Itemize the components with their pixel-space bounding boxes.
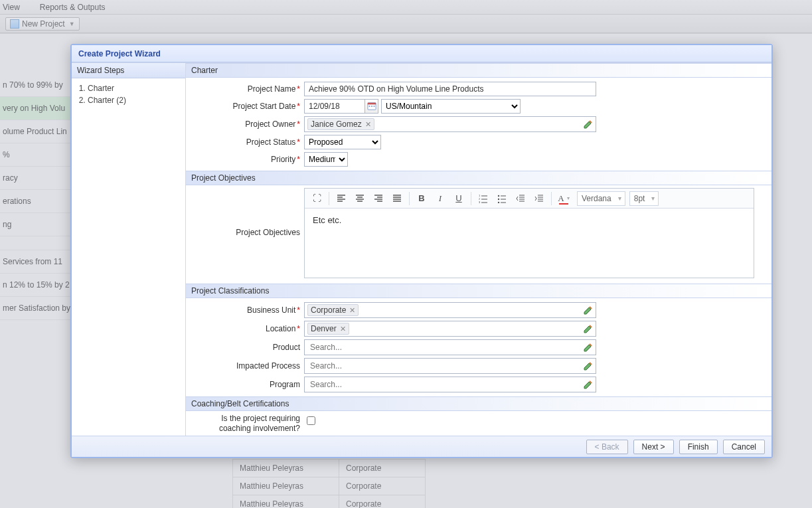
location-field[interactable]: Denver✕	[304, 321, 596, 337]
edit-icon[interactable]	[583, 323, 594, 334]
business-unit-field[interactable]: Corporate✕	[304, 302, 596, 318]
edit-icon[interactable]	[583, 305, 594, 315]
remove-location-icon[interactable]: ✕	[340, 325, 346, 333]
program-field[interactable]	[304, 377, 596, 392]
wizard-step[interactable]: Charter (2)	[88, 96, 185, 105]
back-button[interactable]: < Back	[586, 440, 628, 454]
project-name-input[interactable]	[304, 82, 596, 96]
create-project-wizard-dialog: Create Project Wizard Wizard Steps Chart…	[70, 44, 773, 458]
underline-icon[interactable]: U	[450, 191, 467, 207]
outdent-icon[interactable]	[512, 191, 529, 207]
label-product: Product	[191, 343, 304, 352]
label-priority: Priority*	[191, 155, 304, 164]
italic-icon[interactable]: I	[432, 191, 449, 207]
label-impacted-process: Impacted Process	[191, 361, 304, 371]
unordered-list-icon[interactable]	[493, 191, 511, 207]
fullscreen-icon[interactable]: ⛶	[308, 191, 325, 207]
business-unit-token: Corporate✕	[307, 304, 359, 316]
impacted-process-input[interactable]	[309, 361, 580, 371]
dialog-title: Create Project Wizard	[72, 45, 771, 62]
product-field[interactable]	[304, 339, 596, 355]
label-location: Location*	[191, 324, 304, 333]
svg-point-8	[498, 195, 499, 196]
svg-text:3: 3	[479, 201, 481, 203]
rich-text-editor: ⛶ B I U 123	[304, 188, 754, 278]
svg-point-9	[498, 198, 499, 199]
align-left-icon[interactable]	[333, 191, 350, 207]
label-project-name: Project Name*	[191, 84, 304, 94]
finish-button[interactable]: Finish	[679, 440, 718, 454]
indent-icon[interactable]	[530, 191, 548, 207]
wizard-content[interactable]: Charter Project Name* Project Start Date…	[186, 63, 771, 436]
label-program: Program	[191, 380, 304, 389]
objectives-textarea[interactable]: Etc etc.	[305, 209, 754, 278]
wizard-steps-list: CharterCharter (2)	[88, 84, 185, 108]
wizard-step[interactable]: Charter	[88, 84, 185, 93]
start-date-input[interactable]	[304, 99, 365, 114]
coaching-checkbox[interactable]	[307, 416, 315, 425]
font-size-select[interactable]: 8pt	[629, 191, 659, 206]
location-token: Denver✕	[307, 323, 349, 335]
wizard-steps-panel: Wizard Steps CharterCharter (2)	[72, 63, 186, 436]
project-owner-field[interactable]: Janice Gomez✕	[304, 116, 596, 132]
label-business-unit: Business Unit*	[191, 305, 304, 315]
section-coaching: Coaching/Belt Certifications	[186, 396, 771, 411]
label-objectives: Project Objectives	[191, 188, 304, 278]
remove-owner-icon[interactable]: ✕	[365, 120, 371, 129]
label-start-date: Project Start Date*	[191, 102, 304, 111]
impacted-process-field[interactable]	[304, 358, 596, 374]
wizard-steps-header: Wizard Steps	[72, 63, 185, 78]
cancel-button[interactable]: Cancel	[723, 440, 765, 454]
svg-rect-3	[371, 106, 372, 107]
ordered-list-icon[interactable]: 123	[475, 191, 492, 207]
edit-icon[interactable]	[583, 379, 594, 390]
align-justify-icon[interactable]	[388, 191, 406, 207]
owner-token: Janice Gomez✕	[307, 118, 374, 130]
align-right-icon[interactable]	[370, 191, 387, 207]
svg-rect-4	[373, 106, 374, 107]
timezone-select[interactable]: US/Mountain	[381, 99, 521, 114]
product-input[interactable]	[309, 342, 580, 353]
edit-icon[interactable]	[583, 361, 594, 371]
section-charter: Charter	[186, 63, 771, 78]
program-input[interactable]	[309, 379, 580, 390]
edit-icon[interactable]	[583, 342, 594, 353]
edit-icon[interactable]	[583, 119, 594, 129]
calendar-icon[interactable]	[365, 99, 378, 114]
modal-overlay: Create Project Wizard Wizard Steps Chart…	[0, 0, 812, 508]
label-project-owner: Project Owner*	[191, 120, 304, 129]
bold-icon[interactable]: B	[413, 191, 430, 207]
rte-toolbar: ⛶ B I U 123	[305, 189, 754, 209]
align-center-icon[interactable]	[351, 191, 368, 207]
label-project-status: Project Status*	[191, 137, 304, 147]
remove-bu-icon[interactable]: ✕	[349, 306, 355, 315]
project-status-select[interactable]: Proposed	[304, 135, 381, 149]
font-family-select[interactable]: Verdana	[577, 191, 625, 206]
svg-point-10	[498, 201, 499, 203]
font-color-icon[interactable]: A▾	[555, 191, 572, 207]
priority-select[interactable]: Medium	[304, 152, 348, 167]
svg-rect-1	[367, 103, 375, 105]
next-button[interactable]: Next >	[633, 440, 674, 454]
section-classifications: Project Classifications	[186, 284, 771, 298]
svg-rect-2	[368, 106, 370, 107]
section-objectives: Project Objectives	[186, 171, 771, 185]
dialog-footer: < Back Next > Finish Cancel	[72, 436, 771, 457]
label-coaching: Is the project requiring coaching involv…	[191, 414, 304, 434]
